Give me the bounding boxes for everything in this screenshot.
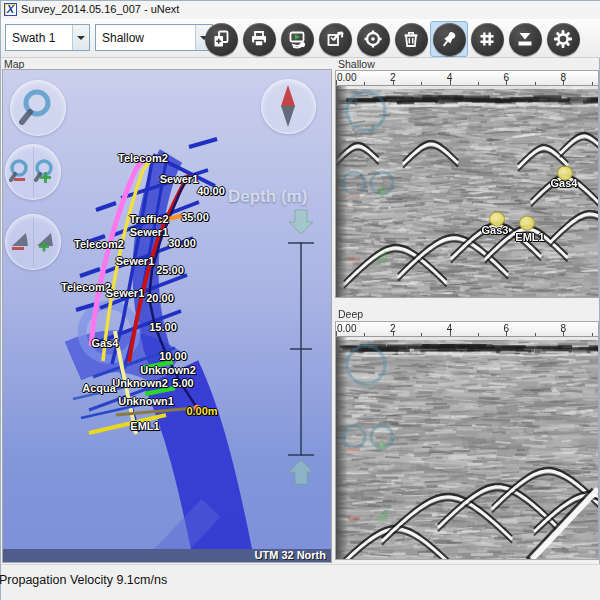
ruler-tick — [364, 333, 365, 336]
depth-tick-mid — [290, 348, 312, 350]
tray-arrow-icon — [514, 28, 536, 50]
status-bar: Propagation Velocity 9.1cm/ns — [1, 564, 600, 600]
ruler-tick — [421, 82, 422, 85]
new-window-button[interactable] — [202, 21, 240, 57]
ruler-tick — [592, 333, 593, 336]
ruler-label: 4 — [447, 323, 453, 334]
trash-icon — [400, 28, 422, 50]
map-label: 30.00 — [168, 237, 196, 249]
map-label: 5.00 — [172, 377, 193, 389]
map-label: 10.00 — [159, 350, 187, 362]
ruler-tick — [535, 333, 536, 336]
map-label: Traffic2 — [129, 213, 168, 225]
collect-button[interactable] — [506, 21, 544, 57]
acquisition-button[interactable] — [278, 21, 316, 57]
map-canvas — [3, 70, 331, 562]
ruler-label: 8 — [560, 323, 566, 334]
projection-badge: UTM 32 North — [3, 549, 331, 562]
depth-down-arrow-icon[interactable] — [286, 208, 316, 236]
map-label: 35.00 — [181, 211, 209, 223]
map-line-tick-3 — [80, 269, 100, 276]
map-panel: Telecom2Sewer140.00Traffic235.00Sewer130… — [2, 69, 332, 563]
unext-window: X Survey_2014.05.16_007 - uNext Swath 1 … — [0, 0, 600, 600]
map-tilt-control[interactable] — [5, 214, 61, 270]
print-button[interactable] — [240, 21, 278, 57]
shallow-panel: 0.002468 Gas3EML1Gas4 — [335, 70, 599, 298]
map-label: 20.00 — [146, 292, 174, 304]
ruler-label: 2 — [390, 72, 396, 83]
locate-button[interactable] — [354, 21, 392, 57]
layer-select-value: Shallow — [102, 31, 144, 45]
printer-icon — [248, 28, 270, 50]
ruler-tick — [478, 82, 479, 85]
ruler-tick — [535, 82, 536, 85]
map-zoom-in-out-control[interactable] — [5, 144, 61, 200]
gear-icon — [552, 28, 574, 50]
app-icon: X — [4, 3, 17, 16]
map-label: Telecom2 — [118, 152, 168, 164]
shallow-radargram-image — [336, 86, 598, 297]
marker-label: Gas4 — [551, 177, 578, 189]
map-label: 25.00 — [156, 264, 184, 276]
ruler-label: 6 — [504, 72, 510, 83]
utility-marker-eml1[interactable] — [519, 216, 535, 231]
map-label: Sewer1 — [116, 255, 155, 267]
map-line-tick-top — [189, 139, 217, 147]
screen-play-icon — [286, 28, 308, 50]
deep-radargram[interactable] — [336, 337, 598, 563]
map-label: Sewer1 — [160, 173, 199, 185]
pin-button[interactable] — [430, 21, 468, 57]
grid-button[interactable] — [468, 21, 506, 57]
shallow-radargram[interactable]: Gas3EML1Gas4 — [336, 86, 598, 301]
map-label: 0.00m — [186, 405, 217, 417]
map-label: Acqua — [82, 382, 116, 394]
compass-needle-icon — [262, 80, 315, 133]
grid-icon — [476, 28, 498, 50]
ruler-tick — [364, 82, 365, 85]
ruler-label: 0.00 — [337, 72, 356, 83]
divider — [33, 217, 34, 267]
target-icon — [362, 28, 384, 50]
swath-select-value: Swath 1 — [12, 31, 55, 45]
window-title: Survey_2014.05.16_007 - uNext — [21, 3, 179, 15]
layer-select[interactable]: Shallow — [95, 24, 213, 51]
shallow-panel-title: Shallow — [338, 58, 375, 70]
divider — [33, 147, 34, 197]
map-zoom-button[interactable] — [10, 80, 66, 136]
map-label: Unknown1 — [118, 395, 174, 407]
ruler-label: 2 — [390, 323, 396, 334]
export-button[interactable] — [316, 21, 354, 57]
depth-axis-label: Depth (m) — [228, 187, 307, 207]
map-label: EML1 — [130, 420, 159, 432]
map-viewport[interactable]: Telecom2Sewer140.00Traffic235.00Sewer130… — [3, 70, 331, 562]
ruler-label: 8 — [560, 72, 566, 83]
depth-up-arrow-icon[interactable] — [286, 458, 316, 486]
map-label: Unknown2 — [140, 364, 196, 376]
chevron-down-icon — [72, 25, 89, 50]
depth-tick-bottom — [288, 454, 314, 456]
magnifier-icon — [11, 81, 65, 135]
deep-radargram-image — [336, 337, 598, 559]
ruler-label: 4 — [447, 72, 453, 83]
delete-button[interactable] — [392, 21, 430, 57]
ruler-label: 6 — [504, 323, 510, 334]
ruler-label: 0.00 — [337, 323, 356, 334]
map-label: Sewer1 — [130, 226, 169, 238]
map-line-tick-1 — [96, 203, 116, 210]
compass[interactable] — [261, 79, 316, 134]
swath-select[interactable]: Swath 1 — [5, 24, 90, 51]
title-bar: X Survey_2014.05.16_007 - uNext — [1, 1, 600, 19]
shallow-ruler: 0.002468 — [336, 71, 598, 86]
map-label: Gas4 — [92, 337, 119, 349]
settings-button[interactable] — [544, 21, 582, 57]
map-label: Sewer1 — [106, 287, 145, 299]
deep-ruler: 0.002468 — [336, 322, 598, 337]
deep-panel-title: Deep — [338, 308, 363, 320]
ruler-tick — [592, 82, 593, 85]
marker-label: Gas3 — [482, 224, 509, 236]
map-label: Telecom2 — [61, 281, 111, 293]
map-label: 15.00 — [149, 321, 177, 333]
ruler-tick — [478, 333, 479, 336]
deep-panel: 0.002468 — [335, 321, 599, 560]
depth-tick-top — [288, 242, 314, 244]
